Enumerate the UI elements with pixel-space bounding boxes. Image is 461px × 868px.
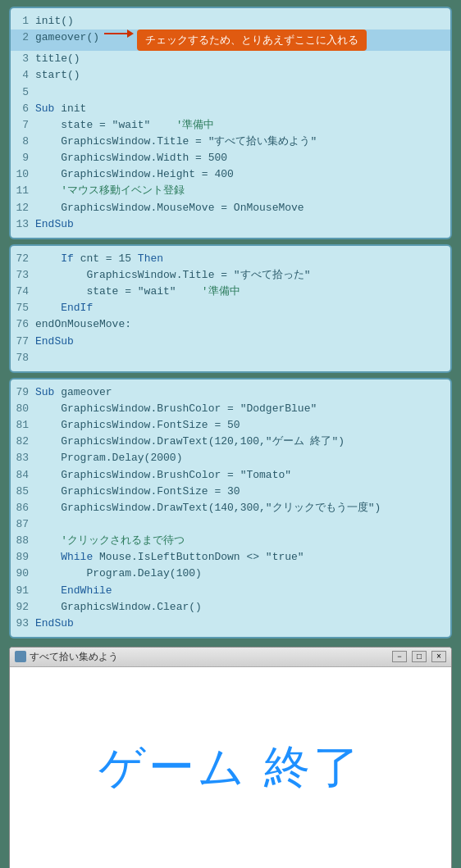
code-content: GraphicsWindow.Title = "すべて拾い集めよう" [35,134,317,150]
code-line-9: 9 GraphicsWindow.Width = 500 [11,150,450,166]
code-line-77: 77 EndSub [11,334,450,350]
code-line-88: 88 'クリックされるまで待つ [11,533,450,549]
line-number: 84 [14,467,35,484]
code-kw: EndWhile [61,583,112,599]
code-content: state = "wait" [35,117,176,134]
annotation-arrow [104,30,134,38]
game-over-label: ゲーム 終了 [98,737,363,799]
line-number: 80 [14,401,35,417]
code-line-75: 75 EndIf [11,300,450,316]
arrow-head [127,30,134,38]
code-line-73: 73 GraphicsWindow.Title = "すべて拾った" [11,267,450,284]
code-content [35,251,61,267]
code-content: start() [35,67,80,84]
window-titlebar: すべて拾い集めよう － □ × [10,648,451,667]
minimize-button[interactable]: － [392,651,407,662]
code-line-86: 86 GraphicsWindow.DrawText(140,300,"クリック… [11,500,450,516]
code-content: GraphicsWindow.MouseMove = OnMouseMove [35,200,304,216]
code-content [35,300,61,316]
code-content: GraphicsWindow.BrushColor = "DodgerBlue" [35,401,317,417]
code-line-87: 87 [11,516,450,533]
line-number: 93 [14,616,35,632]
line-number: 11 [14,183,35,199]
line-number: 4 [14,67,35,84]
restore-button[interactable]: □ [412,651,427,662]
line-number: 85 [14,484,35,500]
code-line-12: 12 GraphicsWindow.MouseMove = OnMouseMov… [11,200,450,216]
code-kw: Sub [35,384,61,401]
code-content: Sub [35,101,61,117]
code-line-4: 4 start() [11,67,450,84]
code-line-84: 84 GraphicsWindow.BrushColor = "Tomato" [11,467,450,484]
arrow-line [104,33,127,35]
annotation-text: チェックするため、とりあえずここに入れる [137,30,367,51]
code-line-5: 5 [11,84,450,101]
code-content [35,549,61,566]
code-content: GraphicsWindow.DrawText(120,100,"ゲーム 終了"… [35,434,345,450]
line-number: 10 [14,166,35,183]
line-number: 74 [14,284,35,300]
code-content-2: init [61,101,86,117]
code-line-92: 92 GraphicsWindow.Clear() [11,599,450,616]
line-number: 5 [14,84,35,101]
code-kw: EndSub [35,616,74,632]
close-button[interactable]: × [431,651,446,662]
code-line-93: 93 EndSub [11,616,450,632]
line-number: 88 [14,533,35,549]
code-line-74: 74 state = "wait" '準備中 [11,284,450,300]
code-line-91: 91 EndWhile [11,583,450,599]
code-content: init() [35,13,74,30]
code-content: endOnMouseMove: [35,316,131,333]
line-number: 92 [14,599,35,616]
code-content: GraphicsWindow.Title = "すべて拾った" [35,267,310,284]
code-content: GraphicsWindow.Width = 500 [35,150,227,166]
code-line-13: 13 EndSub [11,216,450,233]
code-content-2: Mouse.IsLeftButtonDown <> "true" [99,549,304,566]
line-number: 81 [14,417,35,434]
code-line-1: 1 init() [11,13,450,30]
code-line-11: 11 'マウス移動イベント登録 [11,183,450,199]
code-content: EndSub [35,216,74,233]
line-number: 2 [14,30,35,46]
code-content: title() [35,51,80,67]
graphics-window: すべて拾い集めよう － □ × ゲーム 終了 クリックでもう一度 [9,647,452,868]
line-number: 87 [14,516,35,533]
line-number: 3 [14,51,35,67]
line-number: 83 [14,450,35,466]
line-number: 89 [14,549,35,566]
code-line-76: 76 endOnMouseMove: [11,316,450,333]
line-number: 7 [14,117,35,134]
window-title: すべて拾い集めよう [30,650,387,664]
code-content: GraphicsWindow.Height = 400 [35,166,234,183]
code-content [35,516,42,533]
line-number: 86 [14,500,35,516]
code-line-80: 80 GraphicsWindow.BrushColor = "DodgerBl… [11,401,450,417]
line-number: 91 [14,583,35,599]
code-line-81: 81 GraphicsWindow.FontSize = 50 [11,417,450,434]
code-content: GraphicsWindow.Clear() [35,599,202,616]
code-line-3: 3 title() [11,51,450,67]
line-number: 8 [14,134,35,150]
code-line-10: 10 GraphicsWindow.Height = 400 [11,166,450,183]
line-number: 9 [14,150,35,166]
code-content: GraphicsWindow.FontSize = 50 [35,417,240,434]
line-number: 78 [14,350,35,366]
code-content: GraphicsWindow.BrushColor = "Tomato" [35,467,291,484]
line-number: 90 [14,566,35,582]
code-comment: 'クリックされるまで待つ [35,533,185,549]
code-line-72: 72 If cnt = 15 Then [11,251,450,267]
line-number: 79 [14,384,35,401]
code-content: Program.Delay(2000) [35,450,182,466]
window-canvas: ゲーム 終了 クリックでもう一度 [10,667,451,868]
code-content: GraphicsWindow.DrawText(140,300,"クリックでもう… [35,500,381,516]
code-comment: '準備中 [176,117,215,134]
code-line-82: 82 GraphicsWindow.DrawText(120,100,"ゲーム … [11,434,450,450]
line-number: 12 [14,200,35,216]
code-kw: While [61,549,99,566]
code-block-2: 72 If cnt = 15 Then 73 GraphicsWindow.Ti… [9,244,452,373]
code-content [35,84,42,101]
code-line-83: 83 Program.Delay(2000) [11,450,450,466]
line-number: 77 [14,334,35,350]
line-number: 1 [14,13,35,30]
line-number: 82 [14,434,35,450]
